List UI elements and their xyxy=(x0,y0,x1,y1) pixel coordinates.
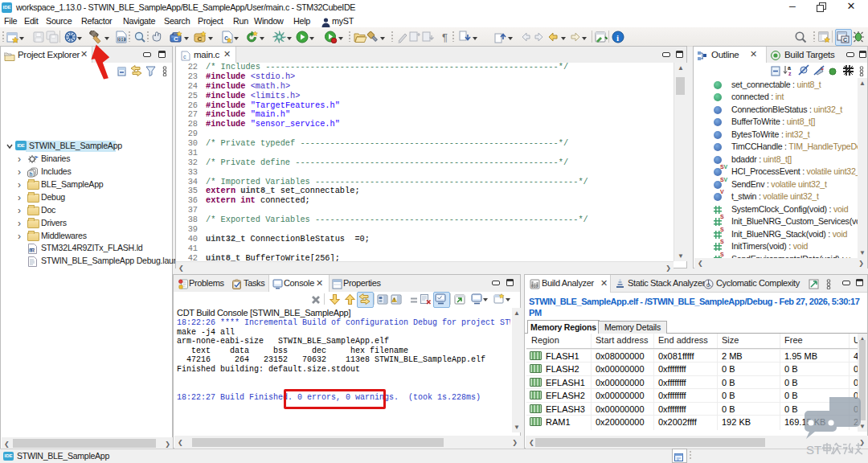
svg-text:a: a xyxy=(788,65,791,71)
svg-text:C: C xyxy=(174,35,178,43)
svg-text:d: d xyxy=(706,282,710,288)
svg-text:h: h xyxy=(30,171,33,177)
svg-text:c: c xyxy=(183,54,186,59)
svg-text:ST: ST xyxy=(806,443,821,457)
svg-text:010: 010 xyxy=(118,37,126,43)
svg-text:i: i xyxy=(616,33,619,43)
svg-text:z: z xyxy=(788,71,792,76)
svg-text:C: C xyxy=(198,35,203,43)
svg-text:010: 010 xyxy=(531,284,538,289)
svg-text:¶: ¶ xyxy=(442,31,448,43)
svg-text:C: C xyxy=(843,37,847,43)
